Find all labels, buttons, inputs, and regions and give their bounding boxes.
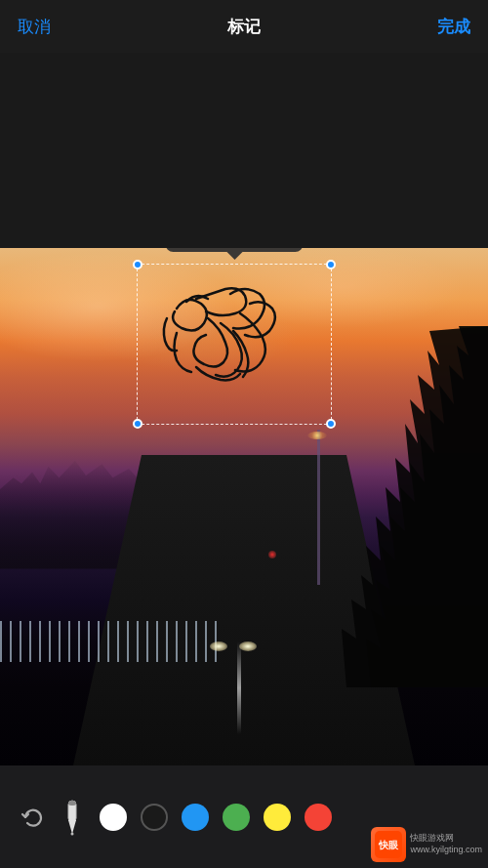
watermark-url: www.kyilgting.com: [410, 845, 482, 856]
undo-button[interactable]: [16, 801, 49, 834]
watermark: 快眼 快眼游戏网 www.kyilgting.com: [371, 827, 482, 862]
color-swatch-black[interactable]: [141, 804, 168, 831]
copy-menu-item[interactable]: 复制: [235, 248, 304, 252]
color-swatch-yellow[interactable]: [264, 804, 291, 831]
watermark-logo: 快眼: [371, 827, 406, 862]
cancel-button[interactable]: 取消: [18, 16, 51, 38]
done-button[interactable]: 完成: [437, 16, 470, 38]
annotation-selection-box[interactable]: 删除 复制: [137, 264, 332, 425]
color-swatch-white[interactable]: [100, 804, 127, 831]
nav-bar: 取消 标记 完成: [0, 0, 488, 53]
svg-rect-1: [68, 801, 76, 806]
watermark-text-block: 快眼游戏网 www.kyilgting.com: [410, 833, 482, 855]
photo-background: 删除 复制: [0, 248, 488, 765]
delete-menu-item[interactable]: 删除: [166, 248, 234, 252]
context-menu: 删除 复制: [166, 248, 304, 252]
dark-area-top: [0, 53, 488, 248]
traffic-light-red: [268, 551, 276, 558]
fence: [0, 621, 220, 662]
image-canvas[interactable]: 删除 复制: [0, 248, 488, 765]
pen-tool-button[interactable]: [59, 799, 86, 836]
page-title: 标记: [227, 16, 261, 38]
color-palette: [100, 804, 332, 831]
undo-icon: [20, 805, 45, 830]
color-swatch-blue[interactable]: [182, 804, 209, 831]
trees-right: [312, 326, 488, 688]
handle-top-right[interactable]: [326, 260, 336, 269]
color-swatch-green[interactable]: [223, 804, 250, 831]
pen-icon: [61, 799, 83, 836]
color-swatch-red[interactable]: [305, 804, 332, 831]
streetlight-pole: [317, 430, 320, 585]
road-center-line: [237, 641, 241, 734]
handle-bottom-right[interactable]: [326, 419, 336, 429]
bottom-toolbar: 快眼 快眼游戏网 www.kyilgting.com: [0, 765, 488, 868]
watermark-site: 快眼游戏网: [410, 833, 482, 845]
svg-text:快眼: 快眼: [378, 840, 399, 850]
svg-point-2: [71, 832, 74, 835]
signature-drawing: [147, 274, 323, 411]
handle-top-left[interactable]: [133, 260, 142, 269]
handle-bottom-left[interactable]: [133, 419, 142, 429]
